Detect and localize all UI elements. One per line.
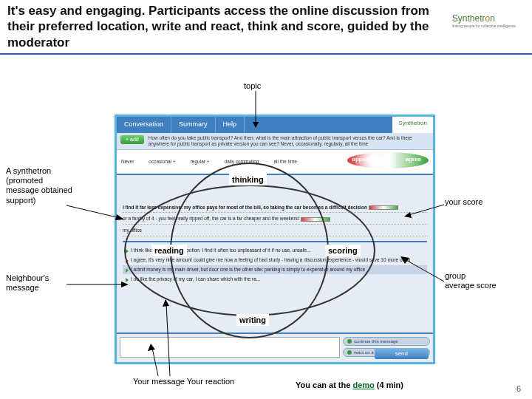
slide-header: It's easy and engaging. Participants acc… (0, 0, 532, 50)
header-rule (0, 53, 532, 55)
page-number: 6 (516, 384, 521, 393)
reaction-row: I agree, it's very nice amount could giv… (123, 256, 427, 265)
continue-message-pill[interactable]: continue this message (343, 337, 430, 346)
app-screenshot: Conversation Summary Help Synthetron + a… (115, 115, 435, 364)
reaction-row-highlighted: I admit money is my main driver, but doo… (123, 265, 427, 274)
message-row: or a family of 4 - you feel really rippe… (123, 216, 427, 225)
callout-group-score: group average score (445, 271, 497, 290)
label-writing: writing (236, 314, 269, 326)
svg-line-2 (66, 205, 120, 218)
send-button[interactable]: send (375, 348, 429, 359)
callout-neighbour: Neighbour's message (6, 273, 72, 293)
tab-conversation[interactable]: Conversation (117, 117, 171, 133)
topic-text: How often do you take public transport? … (149, 135, 429, 147)
app-logo: Synthetron (392, 117, 433, 133)
tab-bar: Conversation Summary Help Synthetron (117, 117, 433, 133)
demo-link[interactable]: demo (352, 381, 374, 389)
label-reading: reading (151, 245, 187, 256)
message-input[interactable] (120, 337, 340, 358)
tab-summary[interactable]: Summary (171, 117, 216, 133)
callout-topic: topic (244, 81, 261, 91)
messages-area: I find it far less expensive: my office … (117, 175, 433, 284)
synthetron-logo: Synthetron linking people for collective… (452, 13, 516, 28)
label-thinking: thinking (229, 174, 267, 185)
score-bar[interactable] (369, 205, 398, 210)
label-scoring: scoring (325, 245, 361, 256)
scale-occasional[interactable]: occasional + (149, 159, 175, 164)
scale-row: Never occasional + regular + daily commu… (117, 150, 433, 175)
tab-help[interactable]: Help (216, 117, 245, 133)
scale-daily[interactable]: daily commuting (225, 159, 259, 164)
scale-never[interactable]: Never (121, 159, 134, 164)
add-button[interactable]: + add (120, 135, 144, 144)
oppose-agree-gradient[interactable]: oppose agree (347, 152, 429, 171)
topic-bar: + add How often do you take public trans… (117, 133, 433, 150)
synthetron-message: I find it far less expensive: my office … (123, 205, 427, 214)
reaction-row: I do like the privacy of my car, I can s… (123, 275, 427, 284)
message-row: my office (123, 228, 427, 236)
callout-synthetron: A synthetron (promoted message obtained … (6, 166, 72, 205)
score-bar[interactable] (301, 217, 330, 222)
scale-regular[interactable]: regular + (191, 159, 210, 164)
callout-your-message: Your message Your reaction (133, 377, 234, 386)
diagram-stage: Conversation Summary Help Synthetron + a… (0, 70, 532, 399)
callout-your-score: your score (445, 197, 482, 207)
scale-all[interactable]: all the time (273, 159, 296, 164)
callout-demo: You can at the demo (4 min) (296, 381, 403, 390)
headline-text: It's easy and engaging. Participants acc… (7, 3, 436, 50)
